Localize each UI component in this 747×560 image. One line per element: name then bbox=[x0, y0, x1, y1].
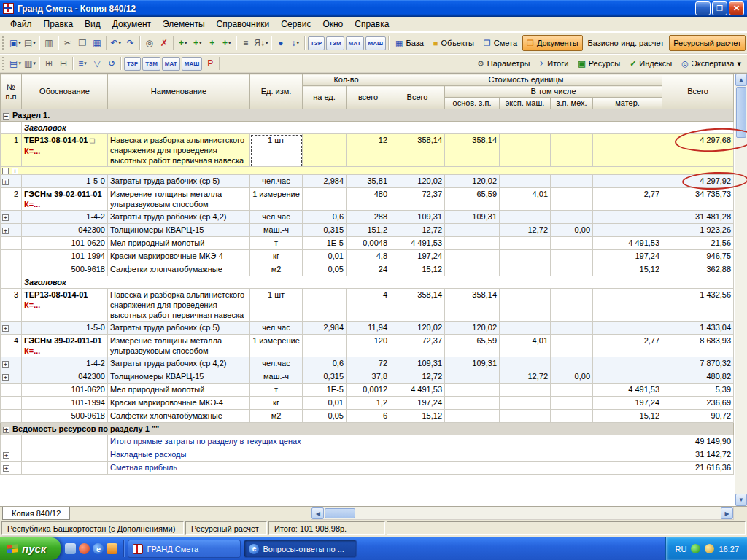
menu-references[interactable]: Справочники bbox=[211, 18, 276, 31]
table-row-resource[interactable]: 101-1994Краски маркировочные МКЭ-4кг0,01… bbox=[1, 250, 734, 263]
maximize-button[interactable]: ❐ bbox=[712, 1, 727, 15]
table-row-caption[interactable]: Заголовок bbox=[1, 122, 734, 134]
toolbar-globe-icon[interactable]: ● bbox=[274, 35, 288, 51]
vertical-scrollbar-thumb[interactable] bbox=[736, 87, 746, 138]
toolbar-view-columns-icon[interactable]: ▥▾ bbox=[23, 55, 37, 71]
toggle-tzm-button[interactable]: ТЗМ bbox=[326, 36, 344, 50]
table-row-position[interactable]: 2ГЭСНм 39-02-011-01К=...Измерение толщин… bbox=[1, 188, 734, 211]
toggle-mat-button[interactable]: МАТ bbox=[346, 36, 364, 50]
minimize-button[interactable]: _ bbox=[695, 1, 711, 15]
toolbar-delete-icon[interactable]: ✗ bbox=[157, 35, 171, 51]
dropdown-arrow-icon[interactable]: ▾ bbox=[33, 40, 36, 46]
tray-icon-1[interactable] bbox=[691, 544, 700, 553]
dropdown-arrow-icon[interactable]: ▾ bbox=[119, 40, 122, 46]
toolbar-insert-row-icon[interactable]: +▾ bbox=[220, 35, 234, 51]
table-row-resource[interactable]: 101-0620Мел природный молотыйт1Е-50,0048… bbox=[1, 237, 734, 250]
language-indicator[interactable]: RU bbox=[676, 545, 687, 553]
menu-document[interactable]: Документ bbox=[107, 18, 157, 31]
table-row-resource[interactable]: +1-5-0Затраты труда рабочих (ср 5)чел.ча… bbox=[1, 322, 734, 335]
close-button[interactable]: ✕ bbox=[729, 1, 744, 15]
scroll-right-icon[interactable]: ▶ bbox=[721, 508, 733, 519]
collapse-box-icon[interactable]: − bbox=[3, 113, 9, 120]
table-row-resource[interactable]: 500-9618Салфетки хлопчатобумажныем20,056… bbox=[1, 410, 734, 423]
expand-box-icon[interactable]: + bbox=[2, 228, 9, 234]
table-row-position[interactable]: 3ТЕР13-08-014-01К=...Навеска и разборка … bbox=[1, 289, 734, 322]
scroll-left-icon[interactable]: ◀ bbox=[311, 508, 324, 519]
nav-basis-index-calc-button[interactable]: Базисно-инд. расчет bbox=[584, 35, 669, 51]
vertical-scrollbar-track[interactable] bbox=[735, 139, 747, 494]
dropdown-arrow-icon[interactable]: ▾ bbox=[18, 40, 21, 46]
toolbar-print-icon[interactable]: ▥ bbox=[42, 35, 56, 51]
dropdown-arrow-icon[interactable]: ▾ bbox=[199, 40, 202, 46]
tab-estimate[interactable]: Копия 840/12 bbox=[2, 507, 70, 520]
toggle-tzm-button[interactable]: ТЗМ bbox=[142, 57, 160, 71]
expand-box-icon[interactable]: + bbox=[3, 465, 9, 472]
dropdown-arrow-icon[interactable]: ▾ bbox=[266, 40, 268, 46]
toolbar-expand-all-icon[interactable]: ⊞ bbox=[42, 55, 56, 71]
taskbar-button-2[interactable]: eВопросы-ответы по ... bbox=[244, 540, 357, 558]
taskbar-button-1[interactable]: ГРАНД Смета bbox=[128, 540, 241, 558]
toolbar-view-grid-icon[interactable]: ▤▾ bbox=[8, 55, 23, 71]
horizontal-scrollbar-thumb[interactable] bbox=[325, 508, 355, 518]
dropdown-arrow-icon[interactable]: ▾ bbox=[33, 61, 36, 66]
table-row-caption[interactable]: Заголовок bbox=[1, 276, 734, 289]
dropdown-arrow-icon[interactable]: ▾ bbox=[737, 59, 741, 69]
toolbar-add-resource-icon[interactable]: + bbox=[205, 35, 220, 51]
table-row-collapse[interactable]: −+ bbox=[1, 167, 734, 175]
quick-launch-icon-3[interactable]: e bbox=[93, 543, 104, 554]
quick-launch-icon-1[interactable] bbox=[65, 543, 76, 554]
dropdown-arrow-icon[interactable]: ▾ bbox=[185, 40, 187, 46]
toolbar-parameters-button[interactable]: ⚙Параметры bbox=[473, 55, 535, 71]
expand-box-icon[interactable]: + bbox=[12, 168, 18, 174]
toggle-tzr-button[interactable]: ТЗР bbox=[124, 57, 141, 71]
menu-service[interactable]: Сервис bbox=[275, 18, 317, 31]
toggle-tzr-button[interactable]: ТЗР bbox=[308, 36, 325, 50]
collapse-box-icon[interactable]: − bbox=[2, 168, 9, 174]
vertical-scrollbar[interactable]: ▲ ▼ bbox=[735, 74, 747, 506]
toolbar-paste-icon[interactable]: ▦ bbox=[90, 35, 104, 51]
menu-elements[interactable]: Элементы bbox=[157, 18, 211, 31]
dropdown-arrow-icon[interactable]: ▾ bbox=[297, 40, 300, 46]
quick-launch-icon-4[interactable] bbox=[107, 543, 117, 554]
toolbar-search-icon[interactable]: ◎ bbox=[142, 35, 157, 51]
toolbar-refresh-icon[interactable]: ↺ bbox=[104, 55, 119, 71]
nav-documents-button[interactable]: ❐Документы bbox=[522, 35, 583, 51]
table-row-resource[interactable]: +042300Толщиномеры КВАРЦ-15маш.-ч0,31537… bbox=[1, 370, 734, 384]
horizontal-scrollbar-track[interactable] bbox=[356, 508, 721, 519]
table-row-total[interactable]: Итого прямые затраты по разделу в текущи… bbox=[1, 435, 734, 448]
menu-edit[interactable]: Правка bbox=[38, 18, 80, 31]
quick-launch-icon-2[interactable] bbox=[79, 543, 90, 554]
table-row-resource[interactable]: 101-0620Мел природный молотыйт1Е-50,0012… bbox=[1, 384, 734, 397]
toggle-mash-button[interactable]: МАШ bbox=[365, 36, 386, 50]
nav-objects-button[interactable]: ■Объекты bbox=[429, 35, 479, 51]
table-row-resource[interactable]: +042300Толщиномеры КВАРЦ-15маш.-ч0,31515… bbox=[1, 224, 734, 237]
expand-box-icon[interactable]: + bbox=[3, 452, 9, 459]
nav-estimate-button[interactable]: ❐Смета bbox=[479, 35, 522, 51]
dropdown-arrow-icon[interactable]: ▾ bbox=[228, 40, 231, 46]
nav-resource-calc-button[interactable]: Ресурсный расчет bbox=[669, 35, 746, 51]
horizontal-scrollbar[interactable]: ◀ ▶ bbox=[311, 507, 734, 520]
toggle-mash-button[interactable]: МАШ bbox=[182, 57, 202, 71]
table-row-section[interactable]: −Раздел 1. bbox=[1, 109, 734, 122]
start-button[interactable]: пуск bbox=[0, 537, 61, 560]
table-row-resource[interactable]: +1-4-2Затраты труда рабочих (ср 4,2)чел.… bbox=[1, 211, 734, 224]
toolbar-copy-icon[interactable]: ❐ bbox=[75, 35, 90, 51]
menu-file[interactable]: Файл bbox=[4, 18, 38, 31]
expand-box-icon[interactable]: + bbox=[2, 374, 9, 381]
toolbar-totals-button[interactable]: ΣИтоги bbox=[535, 55, 573, 71]
toolbar-sort-az-icon[interactable]: Я↓▾ bbox=[253, 35, 269, 51]
scroll-up-icon[interactable]: ▲ bbox=[735, 74, 747, 86]
toolbar-resources-button[interactable]: ▣Ресурсы bbox=[573, 55, 624, 71]
expand-box-icon[interactable]: + bbox=[2, 179, 9, 185]
toolbar-redo-icon[interactable]: ↷ bbox=[123, 35, 138, 51]
table-row-section[interactable]: +Ведомость ресурсов по разделу 1 "" bbox=[1, 423, 734, 435]
toolbar-expertise-button[interactable]: ◎Экспертиза▾ bbox=[677, 55, 746, 71]
tray-icon-2[interactable] bbox=[705, 544, 714, 553]
table-row-total[interactable]: +Накладные расходы31 142,72 bbox=[1, 448, 734, 462]
toolbar-sort-desc-icon[interactable]: ↓▾ bbox=[288, 35, 303, 51]
menu-help[interactable]: Справка bbox=[349, 18, 395, 31]
nav-base-button[interactable]: ▦База bbox=[391, 35, 428, 51]
toolbar-collapse-all-icon[interactable]: ⊟ bbox=[56, 55, 71, 71]
toolbar-indexes-button[interactable]: ✓Индексы bbox=[625, 55, 676, 71]
table-row-resource[interactable]: +1-5-0Затраты труда рабочих (ср 5)чел.ча… bbox=[1, 175, 734, 188]
